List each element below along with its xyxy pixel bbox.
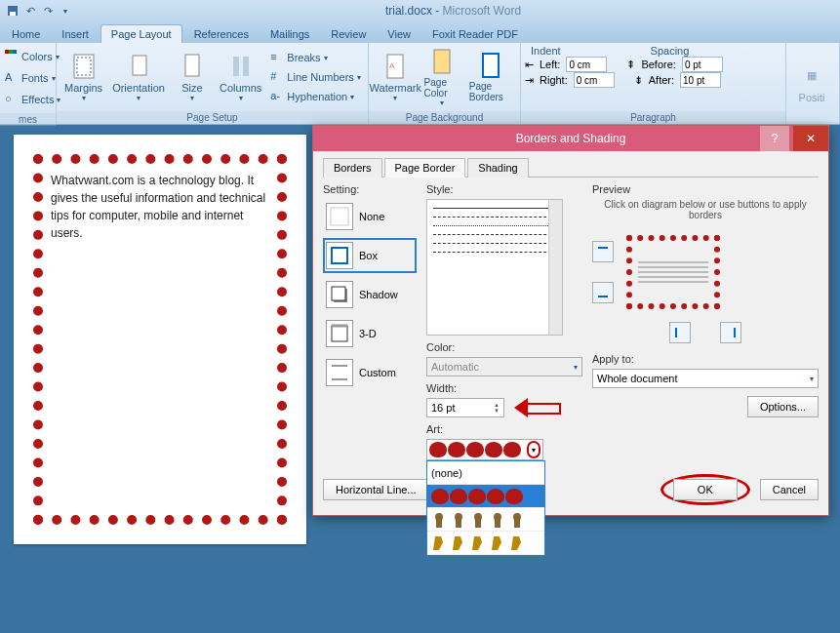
themes-effects[interactable]: ○Effects▾ — [2, 90, 63, 109]
art-option-none[interactable]: (none) — [427, 461, 544, 485]
orientation-button[interactable]: Orientation▾ — [108, 51, 169, 104]
setting-label: Setting: — [323, 183, 417, 195]
spacing-before-label: Before: — [641, 59, 675, 70]
preview-top-button[interactable] — [592, 241, 614, 262]
svg-rect-32 — [514, 520, 520, 528]
page-body-text[interactable]: Whatvwant.com is a technology blog. It g… — [51, 172, 269, 242]
tab-review[interactable]: Review — [321, 25, 376, 43]
orientation-icon — [125, 53, 152, 80]
preview-bottom-button[interactable] — [592, 282, 614, 303]
svg-point-25 — [455, 513, 462, 521]
setting-none-icon — [326, 203, 353, 230]
setting-none[interactable]: None — [323, 199, 417, 234]
line-numbers-button[interactable]: #Line Numbers▾ — [267, 67, 363, 87]
preview-right-button[interactable] — [720, 322, 741, 343]
spinner-buttons[interactable]: ▲▼ — [494, 402, 500, 414]
options-button[interactable]: Options... — [747, 396, 819, 417]
preview-page[interactable] — [620, 228, 727, 316]
tab-insert[interactable]: Insert — [52, 25, 99, 43]
cancel-button[interactable]: Cancel — [760, 479, 819, 500]
svg-rect-10 — [243, 57, 249, 76]
setting-custom[interactable]: Custom — [323, 355, 417, 390]
save-icon[interactable] — [6, 4, 20, 18]
scrollbar[interactable] — [548, 200, 562, 335]
svg-rect-15 — [331, 208, 348, 225]
dlg-tab-shading[interactable]: Shading — [467, 158, 528, 178]
svg-rect-13 — [434, 50, 450, 73]
tab-view[interactable]: View — [378, 25, 420, 43]
tab-page-layout[interactable]: Page Layout — [100, 24, 182, 43]
setting-box[interactable]: Box — [323, 238, 417, 273]
chevron-down-icon: ▾ — [810, 375, 814, 383]
window-title: trial.docx - Microsoft Word — [72, 4, 834, 18]
art-option-figures1[interactable] — [427, 508, 544, 532]
page-borders-button[interactable]: Page Borders — [465, 50, 516, 104]
width-label: Width: — [426, 382, 582, 394]
document-page[interactable]: Whatvwant.com is a technology blog. It g… — [14, 135, 306, 544]
page-color-button[interactable]: Page Color▾ — [420, 46, 463, 109]
ribbon-tabs: Home Insert Page Layout References Maili… — [0, 21, 840, 43]
dialog-titlebar[interactable]: Borders and Shading ? ✕ — [313, 126, 828, 151]
horizontal-line-button[interactable]: Horizontal Line... — [323, 479, 429, 500]
columns-button[interactable]: Columns▾ — [216, 51, 265, 104]
themes-colors[interactable]: Colors▾ — [2, 47, 62, 66]
art-dropdown[interactable]: ▾ (none) — [426, 439, 543, 460]
columns-icon — [227, 53, 255, 80]
tab-home[interactable]: Home — [2, 25, 50, 43]
ok-button[interactable]: OK — [673, 479, 738, 500]
ribbon-body: Colors▾ AFonts▾ ○Effects▾ mes Margins▾ O… — [0, 43, 840, 125]
svg-rect-28 — [475, 520, 481, 528]
art-option-apples[interactable] — [427, 485, 544, 508]
style-column: Style: Color: Automatic▾ Width: — [426, 183, 582, 460]
qat-dropdown-icon[interactable]: ▾ — [59, 4, 72, 18]
size-button[interactable]: Size▾ — [171, 51, 214, 104]
group-page-setup-label: Page Setup — [57, 111, 368, 124]
svg-rect-7 — [133, 56, 146, 75]
preview-column: Preview Click on diagram below or use bu… — [592, 183, 819, 460]
preview-left-button[interactable] — [669, 322, 691, 343]
undo-icon[interactable]: ↶ — [23, 4, 37, 18]
redo-icon[interactable]: ↷ — [41, 4, 55, 18]
colors-icon — [5, 50, 19, 63]
art-chevron-down-icon[interactable]: ▾ — [527, 441, 540, 458]
indent-left-input[interactable]: 0 cm — [566, 57, 607, 72]
svg-rect-16 — [332, 248, 347, 263]
position-button[interactable]: ▦Positi — [790, 60, 833, 105]
dialog-help-button[interactable]: ? — [760, 126, 789, 151]
hyphenation-icon: a- — [270, 90, 284, 103]
width-spinner[interactable]: 16 pt ▲▼ — [426, 398, 504, 417]
svg-rect-9 — [233, 57, 239, 76]
indent-right-input[interactable]: 0 cm — [574, 72, 615, 88]
size-icon — [179, 53, 206, 80]
group-page-setup: Margins▾ Orientation▾ Size▾ Columns▾ ≡Br… — [57, 43, 369, 124]
group-paragraph: Indent Spacing ⇤ Left: 0 cm ⇞ Before: 0 … — [521, 43, 786, 124]
art-options-list: (none) — [426, 460, 545, 556]
dlg-tab-borders[interactable]: Borders — [323, 158, 382, 178]
art-option-figures2[interactable] — [427, 532, 544, 555]
tab-mailings[interactable]: Mailings — [260, 25, 319, 43]
tab-references[interactable]: References — [184, 25, 259, 43]
preview-hint: Click on diagram below or use buttons to… — [592, 199, 819, 220]
themes-fonts[interactable]: AFonts▾ — [2, 68, 59, 88]
style-listbox[interactable] — [426, 199, 563, 336]
svg-rect-18 — [332, 287, 345, 300]
spacing-before-input[interactable]: 0 pt — [682, 57, 723, 72]
color-dropdown[interactable]: Automatic▾ — [426, 357, 582, 376]
setting-shadow[interactable]: Shadow — [323, 277, 417, 312]
group-page-background: AWatermark▾ Page Color▾ Page Borders Pag… — [369, 43, 521, 124]
dlg-tab-page-border[interactable]: Page Border — [384, 158, 466, 178]
apply-to-label: Apply to: — [592, 353, 819, 365]
margins-button[interactable]: Margins▾ — [60, 51, 106, 104]
apply-to-dropdown[interactable]: Whole document▾ — [592, 369, 819, 388]
setting-3d[interactable]: 3-D — [323, 316, 417, 351]
hyphenation-button[interactable]: a-Hyphenation▾ — [267, 87, 363, 106]
dialog-close-button[interactable]: ✕ — [793, 126, 828, 151]
breaks-button[interactable]: ≡Breaks▾ — [267, 48, 363, 67]
svg-rect-2 — [5, 50, 9, 54]
page-art-border: Whatvwant.com is a technology blog. It g… — [33, 154, 287, 525]
spacing-after-input[interactable]: 10 pt — [680, 72, 721, 88]
svg-point-27 — [474, 513, 482, 521]
watermark-button[interactable]: AWatermark▾ — [373, 51, 419, 104]
tab-foxit[interactable]: Foxit Reader PDF — [422, 25, 528, 43]
setting-custom-icon — [326, 359, 353, 386]
